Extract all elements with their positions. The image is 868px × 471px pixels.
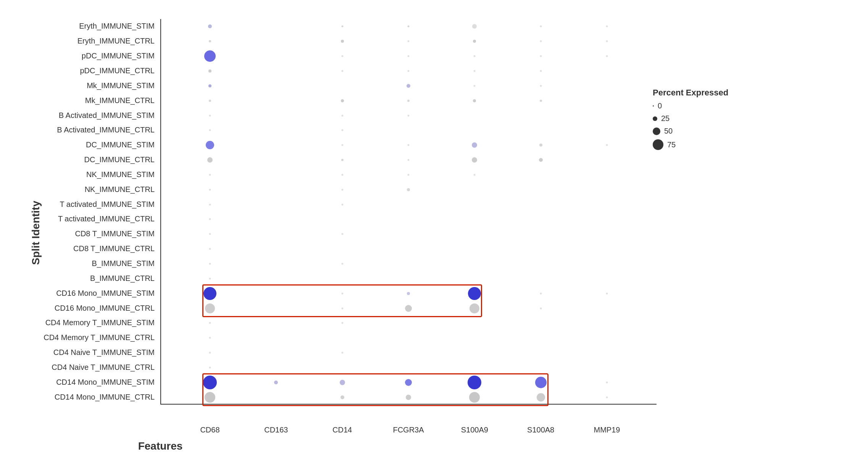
x-axis-line xyxy=(160,404,657,405)
dot-93 xyxy=(606,396,608,398)
row-label-21: CD4 Memory T_IMMUNE_CTRL xyxy=(44,334,155,341)
dot-86 xyxy=(535,377,547,388)
dot-68 xyxy=(540,292,542,294)
col-label-4: S100A9 xyxy=(461,426,488,434)
dot-8 xyxy=(408,40,410,42)
red-box-CD16-Mono-box xyxy=(202,284,482,317)
legend-dot-0 xyxy=(653,105,654,106)
dot-90 xyxy=(406,395,411,400)
dot-20 xyxy=(408,70,410,72)
dot-18 xyxy=(208,69,211,73)
dot-89 xyxy=(340,395,344,399)
dot-91 xyxy=(469,392,480,403)
dot-51 xyxy=(474,174,476,176)
dot-73 xyxy=(469,303,479,313)
red-box-CD14-Mono-box xyxy=(202,373,549,406)
dot-38 xyxy=(341,144,343,146)
dot-28 xyxy=(341,99,344,102)
dot-62 xyxy=(341,263,343,265)
legend: Percent Expressed 0255075 xyxy=(653,88,737,154)
row-label-0: Eryth_IMMUNE_STIM xyxy=(79,22,155,30)
col-labels: CD68CD163CD14FCGR3AS100A9S100A8MMP19 xyxy=(160,426,657,437)
dot-35 xyxy=(209,129,211,131)
row-label-17: B_IMMUNE_CTRL xyxy=(90,274,155,282)
dot-64 xyxy=(203,287,216,300)
dot-76 xyxy=(341,322,343,324)
dot-75 xyxy=(209,322,211,324)
dot-56 xyxy=(341,203,343,205)
dot-87 xyxy=(606,381,608,383)
dot-54 xyxy=(407,188,410,191)
dot-17 xyxy=(606,55,608,57)
row-label-23: CD4 Naive T_IMMUNE_CTRL xyxy=(52,363,155,371)
dot-12 xyxy=(204,50,216,62)
col-label-5: S100A8 xyxy=(527,426,554,434)
dot-61 xyxy=(209,263,211,265)
dot-59 xyxy=(341,233,343,235)
dot-29 xyxy=(407,100,410,102)
dot-4 xyxy=(540,26,542,27)
dot-26 xyxy=(540,85,542,87)
dot-7 xyxy=(341,40,344,43)
row-label-18: CD16 Mono_IMMUNE_STIM xyxy=(56,289,155,297)
dot-77 xyxy=(209,337,211,339)
dot-74 xyxy=(540,307,542,309)
col-label-6: MMP19 xyxy=(594,426,620,434)
dot-65 xyxy=(341,292,343,294)
dot-14 xyxy=(408,55,410,57)
dot-39 xyxy=(408,144,410,146)
legend-item-0: 0 xyxy=(653,102,737,110)
row-label-5: Mk_IMMUNE_CTRL xyxy=(85,97,155,104)
row-labels: Eryth_IMMUNE_STIMEryth_IMMUNE_CTRLpDC_IM… xyxy=(23,19,158,424)
dot-53 xyxy=(341,189,343,190)
dot-92 xyxy=(537,393,545,402)
dot-78 xyxy=(209,352,211,354)
legend-item-1: 25 xyxy=(653,114,737,123)
dot-3 xyxy=(472,24,477,29)
col-label-0: CD68 xyxy=(200,426,219,434)
dot-55 xyxy=(209,203,211,205)
dot-11 xyxy=(606,40,608,42)
dot-40 xyxy=(472,142,477,148)
row-label-6: B Activated_IMMUNE_STIM xyxy=(59,111,155,119)
dot-47 xyxy=(539,158,543,162)
row-label-13: T activated_IMMUNE_CTRL xyxy=(58,215,155,223)
dot-46 xyxy=(472,157,477,163)
row-label-10: NK_IMMUNE_STIM xyxy=(86,171,155,178)
dot-34 xyxy=(408,115,410,116)
dot-83 xyxy=(340,380,345,385)
row-label-22: CD4 Naive T_IMMUNE_STIM xyxy=(53,348,155,356)
dot-13 xyxy=(341,55,343,57)
dot-21 xyxy=(474,70,476,72)
dot-82 xyxy=(274,381,278,384)
row-label-16: B_IMMUNE_STIM xyxy=(92,260,155,267)
dot-67 xyxy=(468,287,481,300)
dot-6 xyxy=(209,40,211,42)
plot-area xyxy=(160,19,657,424)
row-label-14: CD8 T_IMMUNE_STIM xyxy=(75,230,155,237)
dot-9 xyxy=(473,40,476,43)
dot-84 xyxy=(405,379,412,386)
row-label-20: CD4 Memory T_IMMUNE_STIM xyxy=(45,319,155,326)
dot-1 xyxy=(341,26,343,27)
y-axis-line xyxy=(160,19,161,405)
row-label-25: CD14 Mono_IMMUNE_CTRL xyxy=(55,393,155,401)
dot-58 xyxy=(209,233,211,235)
row-label-9: DC_IMMUNE_CTRL xyxy=(84,156,155,163)
row-label-4: Mk_IMMUNE_STIM xyxy=(87,82,155,89)
dot-44 xyxy=(341,159,344,161)
dot-2 xyxy=(408,26,410,27)
legend-dot-2 xyxy=(653,127,660,135)
dot-5 xyxy=(606,26,608,27)
dot-25 xyxy=(474,85,476,87)
legend-label-2: 50 xyxy=(664,127,673,135)
legend-item-3: 75 xyxy=(653,139,737,150)
dot-23 xyxy=(208,84,211,87)
dot-52 xyxy=(209,189,211,190)
dot-50 xyxy=(408,174,410,176)
row-label-12: T activated_IMMUNE_STIM xyxy=(60,200,155,208)
legend-item-2: 50 xyxy=(653,127,737,135)
dot-43 xyxy=(207,157,213,163)
legend-label-3: 75 xyxy=(667,140,676,149)
dot-71 xyxy=(341,307,343,309)
